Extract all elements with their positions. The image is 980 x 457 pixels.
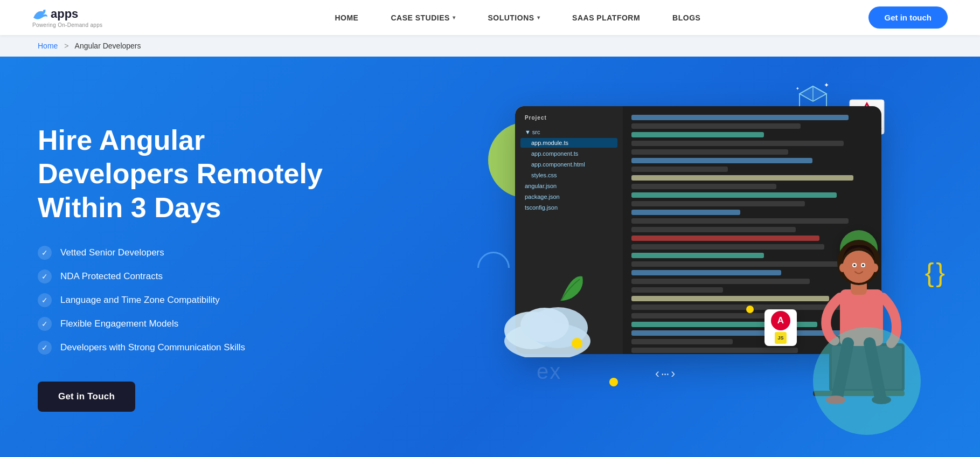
- curly-braces-icon: { }: [925, 257, 942, 288]
- feature-item: ✓ Vetted Senior Developers: [38, 246, 472, 260]
- logo-text: apps: [51, 7, 78, 21]
- decorative-dot-yellow: [609, 378, 618, 386]
- svg-point-17: [520, 308, 569, 342]
- nav-solutions[interactable]: SOLUTIONS ▾: [488, 13, 540, 22]
- svg-point-0: [43, 10, 45, 12]
- check-icon: ✓: [38, 317, 52, 331]
- feature-label: Flexible Engagement Models: [60, 318, 178, 329]
- breadcrumb-current: Angular Developers: [75, 41, 141, 50]
- check-icon: ✓: [38, 246, 52, 260]
- svg-point-26: [853, 264, 856, 266]
- breadcrumb: Home > Angular Developers: [0, 35, 980, 57]
- hero-left-content: Hire Angular Developers Remotely Within …: [38, 123, 472, 412]
- decorative-dot-yellow: [572, 338, 582, 349]
- navbar: apps Powering On-Demand apps HOME CASE S…: [0, 0, 980, 35]
- feature-label: Developers with Strong Communication Ski…: [60, 342, 245, 353]
- nav-links: HOME CASE STUDIES ▾ SOLUTIONS ▾ SAAS PLA…: [167, 13, 868, 22]
- svg-point-31: [839, 264, 846, 272]
- svg-point-32: [872, 264, 878, 272]
- feature-item: ✓ Developers with Strong Communication S…: [38, 341, 472, 355]
- check-icon: ✓: [38, 293, 52, 307]
- feature-label: NDA Protected Contracts: [60, 271, 163, 282]
- feature-item: ✓ NDA Protected Contracts: [38, 269, 472, 283]
- decorative-arc: [470, 245, 516, 290]
- breadcrumb-home[interactable]: Home: [38, 41, 58, 50]
- logo[interactable]: apps Powering On-Demand apps: [32, 7, 102, 28]
- hero-illustration: ✦ ✦ A: [472, 90, 942, 446]
- file-tree-item: ▼ src: [520, 127, 617, 137]
- feature-label: Language and Time Zone Compatibility: [60, 295, 220, 306]
- chevron-down-icon: ▾: [537, 15, 540, 20]
- logo-tagline: Powering On-Demand apps: [32, 22, 102, 28]
- cloud-shape: [499, 298, 596, 359]
- file-tree-item: angular.json: [520, 181, 617, 191]
- hero-title: Hire Angular Developers Remotely Within …: [38, 123, 334, 224]
- decorative-dot-yellow: [746, 306, 754, 313]
- nav-case-studies[interactable]: CASE STUDIES ▾: [391, 13, 455, 22]
- nav-home[interactable]: HOME: [335, 13, 358, 22]
- angular-js-card: A JS: [764, 309, 797, 346]
- feature-item: ✓ Flexible Engagement Models: [38, 317, 472, 331]
- file-tree-item: app.component.ts: [520, 149, 617, 158]
- check-icon: ✓: [38, 269, 52, 283]
- feature-label: Vetted Senior Developers: [60, 247, 164, 258]
- hero-cta-button[interactable]: Get in Touch: [38, 382, 135, 412]
- file-tree-item: app.component.html: [520, 160, 617, 169]
- angular-logo-icon: A: [771, 311, 790, 330]
- bird-icon: [32, 8, 48, 20]
- feature-item: ✓ Language and Time Zone Compatibility: [38, 293, 472, 307]
- hero-features-list: ✓ Vetted Senior Developers ✓ NDA Protect…: [38, 246, 472, 355]
- express-text-label: ex: [537, 359, 561, 384]
- breadcrumb-separator: >: [64, 41, 68, 50]
- chevron-down-icon: ▾: [453, 15, 456, 20]
- svg-point-24: [843, 251, 875, 283]
- svg-text:✦: ✦: [796, 86, 800, 91]
- svg-point-28: [862, 264, 864, 266]
- editor-project-title: Project: [520, 115, 617, 121]
- svg-text:✦: ✦: [824, 82, 829, 89]
- code-arrows-icon: ‹ ··· ›: [655, 366, 674, 381]
- file-tree-item: package.json: [520, 192, 617, 202]
- get-in-touch-button[interactable]: Get in touch: [868, 6, 948, 29]
- check-icon: ✓: [38, 341, 52, 355]
- decorative-blob-teal: [813, 327, 921, 435]
- file-tree-item: tsconfig.json: [520, 203, 617, 212]
- hero-section: Hire Angular Developers Remotely Within …: [0, 57, 980, 457]
- nav-saas[interactable]: SAAS PLATFORM: [572, 13, 640, 22]
- file-tree-item: app.module.ts: [520, 138, 617, 148]
- nav-blogs[interactable]: BLOGS: [672, 13, 700, 22]
- js-badge-icon: JS: [775, 332, 787, 344]
- svg-marker-7: [800, 86, 826, 101]
- file-tree-item: styles.css: [520, 170, 617, 180]
